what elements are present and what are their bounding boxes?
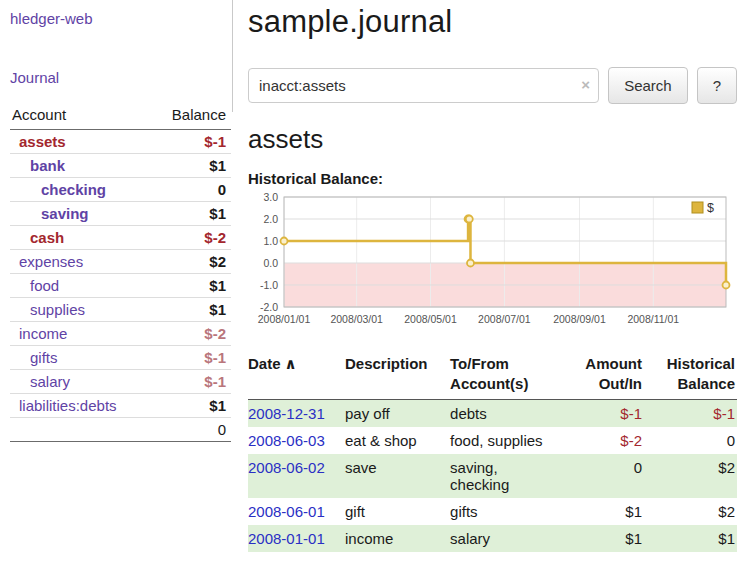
account-balance: $1 — [151, 394, 231, 418]
register-amount: $1 — [559, 498, 644, 525]
account-row: food$1 — [10, 274, 231, 298]
account-link-income[interactable]: income — [19, 325, 67, 342]
svg-text:-1.0: -1.0 — [260, 279, 278, 291]
register-description: save — [345, 454, 450, 498]
sort-asc-icon: ∧ — [285, 355, 297, 372]
register-row: 2008-06-01giftgifts$1$2 — [248, 498, 737, 525]
register-header-row: Date∧ Description To/From Account(s) Amo… — [248, 352, 737, 399]
help-button[interactable]: ? — [697, 67, 737, 104]
account-row: gifts$-1 — [10, 346, 231, 370]
register-header-accounts: To/From Account(s) — [450, 352, 559, 399]
register-row: 2008-01-01incomesalary$1$1 — [248, 525, 737, 552]
register-amount: $-2 — [559, 427, 644, 454]
account-heading: assets — [248, 124, 737, 155]
register-amount: $1 — [559, 525, 644, 552]
register-balance: $2 — [644, 454, 737, 498]
account-balance: $-1 — [151, 346, 231, 370]
register-row: 2008-12-31pay offdebts$-1$-1 — [248, 399, 737, 427]
accounts-table: Account Balance assets$-1bank$1checking0… — [10, 103, 231, 442]
account-balance: $-2 — [151, 226, 231, 250]
register-date-link[interactable]: 2008-06-01 — [248, 503, 325, 520]
account-link-checking[interactable]: checking — [41, 181, 106, 198]
svg-text:1.0: 1.0 — [263, 235, 278, 247]
register-description: income — [345, 525, 450, 552]
account-link-cash[interactable]: cash — [30, 229, 64, 246]
journal-link[interactable]: Journal — [10, 69, 233, 86]
account-link-expenses[interactable]: expenses — [19, 253, 83, 270]
svg-text:2008/09/01: 2008/09/01 — [553, 313, 606, 325]
search-input[interactable] — [248, 68, 599, 103]
account-balance: $1 — [151, 154, 231, 178]
search-box: × — [248, 68, 599, 103]
account-link-saving[interactable]: saving — [41, 205, 89, 222]
account-row: bank$1 — [10, 154, 231, 178]
account-link-assets[interactable]: assets — [19, 133, 66, 150]
svg-text:2008/11/01: 2008/11/01 — [627, 313, 679, 325]
sidebar-divider — [232, 0, 233, 112]
account-row: liabilities:debts$1 — [10, 394, 231, 418]
account-link-salary[interactable]: salary — [30, 373, 70, 390]
balance-chart-svg: 2008/01/012008/03/012008/05/012008/07/01… — [248, 189, 732, 339]
account-row: cash$-2 — [10, 226, 231, 250]
account-balance: $2 — [151, 250, 231, 274]
svg-text:2008/05/01: 2008/05/01 — [404, 313, 457, 325]
register-date-link[interactable]: 2008-06-02 — [248, 459, 325, 476]
accounts-header-account: Account — [10, 103, 151, 130]
account-balance: $1 — [151, 274, 231, 298]
register-table: Date∧ Description To/From Account(s) Amo… — [248, 352, 737, 552]
register-amount: $-1 — [559, 399, 644, 427]
clear-search-icon[interactable]: × — [581, 76, 590, 93]
account-link-gifts[interactable]: gifts — [30, 349, 58, 366]
register-header-date[interactable]: Date∧ — [248, 352, 345, 399]
search-button[interactable]: Search — [608, 67, 688, 104]
account-balance: $1 — [151, 202, 231, 226]
svg-text:2008/03/01: 2008/03/01 — [330, 313, 383, 325]
svg-text:2.0: 2.0 — [263, 213, 278, 225]
account-link-food[interactable]: food — [30, 277, 59, 294]
account-link-supplies[interactable]: supplies — [30, 301, 85, 318]
account-link-liabilities-debts[interactable]: liabilities:debts — [19, 397, 117, 414]
register-description: eat & shop — [345, 427, 450, 454]
main-content: sample.journal × Search ? assets Histori… — [248, 4, 737, 552]
register-accounts: food, supplies — [450, 427, 559, 454]
svg-text:-2.0: -2.0 — [260, 301, 278, 313]
svg-text:0.0: 0.0 — [263, 257, 278, 269]
register-header-balance: Historical Balance — [644, 352, 737, 399]
register-date-link[interactable]: 2008-01-01 — [248, 530, 325, 547]
register-date-link[interactable]: 2008-12-31 — [248, 405, 325, 422]
register-accounts: gifts — [450, 498, 559, 525]
account-row: income$-2 — [10, 322, 231, 346]
legend-swatch — [692, 202, 703, 213]
app-title-link[interactable]: hledger-web — [10, 10, 233, 27]
register-row: 2008-06-03eat & shopfood, supplies$-20 — [248, 427, 737, 454]
register-row: 2008-06-02savesaving, checking0$2 — [248, 454, 737, 498]
account-row: saving$1 — [10, 202, 231, 226]
account-balance: $-1 — [151, 370, 231, 394]
register-header-date-label: Date — [248, 355, 281, 372]
register-header-description: Description — [345, 352, 450, 399]
svg-text:3.0: 3.0 — [263, 191, 278, 203]
account-row: supplies$1 — [10, 298, 231, 322]
register-accounts: debts — [450, 399, 559, 427]
account-row: salary$-1 — [10, 370, 231, 394]
search-form: × Search ? — [248, 67, 737, 104]
account-balance: $-1 — [151, 130, 231, 154]
account-row: assets$-1 — [10, 130, 231, 154]
register-header-amount: Amount Out/In — [559, 352, 644, 399]
register-balance: $-1 — [644, 399, 737, 427]
register-balance: $2 — [644, 498, 737, 525]
account-balance: $1 — [151, 298, 231, 322]
accounts-total: 0 — [151, 418, 231, 442]
accounts-header-row: Account Balance — [10, 103, 231, 130]
register-balance: 0 — [644, 427, 737, 454]
account-balance: $-2 — [151, 322, 231, 346]
account-link-bank[interactable]: bank — [30, 157, 65, 174]
register-description: gift — [345, 498, 450, 525]
register-description: pay off — [345, 399, 450, 427]
register-date-link[interactable]: 2008-06-03 — [248, 432, 325, 449]
register-balance: $1 — [644, 525, 737, 552]
register-accounts: saving, checking — [450, 454, 559, 498]
svg-text:2008/01/01: 2008/01/01 — [258, 313, 311, 325]
account-balance: 0 — [151, 178, 231, 202]
register-amount: 0 — [559, 454, 644, 498]
